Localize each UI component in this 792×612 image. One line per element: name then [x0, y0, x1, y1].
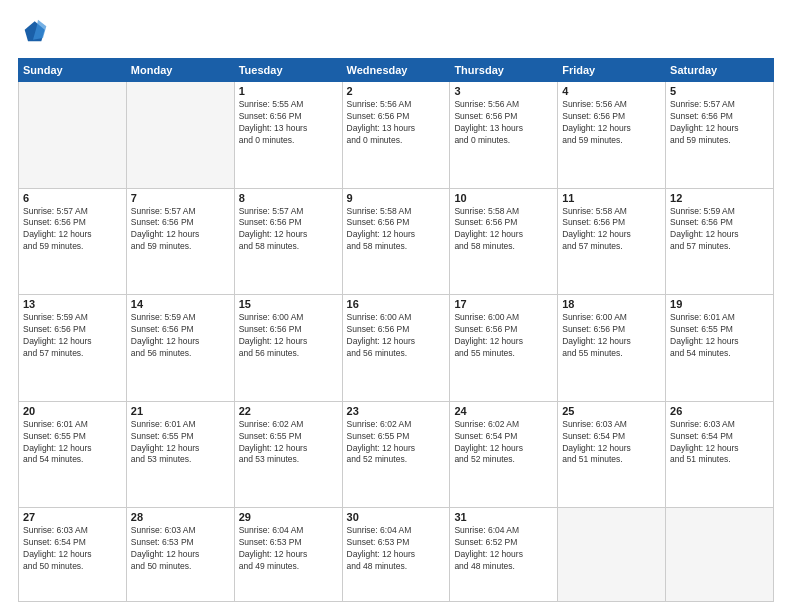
day-number: 15: [239, 298, 338, 310]
calendar-cell: [558, 508, 666, 602]
dow-header: Monday: [126, 59, 234, 82]
calendar-cell: 20Sunrise: 6:01 AM Sunset: 6:55 PM Dayli…: [19, 401, 127, 508]
calendar-cell: 31Sunrise: 6:04 AM Sunset: 6:52 PM Dayli…: [450, 508, 558, 602]
calendar-cell: 26Sunrise: 6:03 AM Sunset: 6:54 PM Dayli…: [666, 401, 774, 508]
cell-info: Sunrise: 6:04 AM Sunset: 6:53 PM Dayligh…: [347, 525, 446, 573]
calendar-cell: 2Sunrise: 5:56 AM Sunset: 6:56 PM Daylig…: [342, 82, 450, 189]
dow-header: Saturday: [666, 59, 774, 82]
day-number: 9: [347, 192, 446, 204]
calendar-cell: 13Sunrise: 5:59 AM Sunset: 6:56 PM Dayli…: [19, 295, 127, 402]
calendar-cell: 9Sunrise: 5:58 AM Sunset: 6:56 PM Daylig…: [342, 188, 450, 295]
calendar-cell: 17Sunrise: 6:00 AM Sunset: 6:56 PM Dayli…: [450, 295, 558, 402]
header: [18, 18, 774, 48]
calendar-table: SundayMondayTuesdayWednesdayThursdayFrid…: [18, 58, 774, 602]
calendar-cell: 30Sunrise: 6:04 AM Sunset: 6:53 PM Dayli…: [342, 508, 450, 602]
calendar-cell: 5Sunrise: 5:57 AM Sunset: 6:56 PM Daylig…: [666, 82, 774, 189]
logo-icon: [18, 18, 48, 48]
day-number: 2: [347, 85, 446, 97]
calendar-cell: 14Sunrise: 5:59 AM Sunset: 6:56 PM Dayli…: [126, 295, 234, 402]
day-number: 8: [239, 192, 338, 204]
cell-info: Sunrise: 5:58 AM Sunset: 6:56 PM Dayligh…: [454, 206, 553, 254]
day-number: 4: [562, 85, 661, 97]
cell-info: Sunrise: 6:03 AM Sunset: 6:54 PM Dayligh…: [670, 419, 769, 467]
day-number: 20: [23, 405, 122, 417]
calendar-cell: 4Sunrise: 5:56 AM Sunset: 6:56 PM Daylig…: [558, 82, 666, 189]
day-number: 30: [347, 511, 446, 523]
page: SundayMondayTuesdayWednesdayThursdayFrid…: [0, 0, 792, 612]
calendar-cell: 23Sunrise: 6:02 AM Sunset: 6:55 PM Dayli…: [342, 401, 450, 508]
calendar-cell: 16Sunrise: 6:00 AM Sunset: 6:56 PM Dayli…: [342, 295, 450, 402]
cell-info: Sunrise: 6:03 AM Sunset: 6:54 PM Dayligh…: [23, 525, 122, 573]
cell-info: Sunrise: 5:57 AM Sunset: 6:56 PM Dayligh…: [670, 99, 769, 147]
day-number: 10: [454, 192, 553, 204]
cell-info: Sunrise: 5:59 AM Sunset: 6:56 PM Dayligh…: [131, 312, 230, 360]
dow-header: Friday: [558, 59, 666, 82]
day-number: 1: [239, 85, 338, 97]
day-number: 14: [131, 298, 230, 310]
cell-info: Sunrise: 6:03 AM Sunset: 6:54 PM Dayligh…: [562, 419, 661, 467]
calendar-cell: 3Sunrise: 5:56 AM Sunset: 6:56 PM Daylig…: [450, 82, 558, 189]
calendar-cell: 7Sunrise: 5:57 AM Sunset: 6:56 PM Daylig…: [126, 188, 234, 295]
day-number: 6: [23, 192, 122, 204]
cell-info: Sunrise: 6:01 AM Sunset: 6:55 PM Dayligh…: [670, 312, 769, 360]
cell-info: Sunrise: 5:58 AM Sunset: 6:56 PM Dayligh…: [347, 206, 446, 254]
cell-info: Sunrise: 5:56 AM Sunset: 6:56 PM Dayligh…: [347, 99, 446, 147]
cell-info: Sunrise: 6:03 AM Sunset: 6:53 PM Dayligh…: [131, 525, 230, 573]
calendar-cell: 27Sunrise: 6:03 AM Sunset: 6:54 PM Dayli…: [19, 508, 127, 602]
day-number: 18: [562, 298, 661, 310]
cell-info: Sunrise: 6:02 AM Sunset: 6:55 PM Dayligh…: [239, 419, 338, 467]
calendar-cell: 8Sunrise: 5:57 AM Sunset: 6:56 PM Daylig…: [234, 188, 342, 295]
calendar-cell: [19, 82, 127, 189]
dow-header: Wednesday: [342, 59, 450, 82]
day-number: 26: [670, 405, 769, 417]
day-number: 24: [454, 405, 553, 417]
day-number: 31: [454, 511, 553, 523]
day-number: 27: [23, 511, 122, 523]
calendar-cell: 24Sunrise: 6:02 AM Sunset: 6:54 PM Dayli…: [450, 401, 558, 508]
calendar-cell: 1Sunrise: 5:55 AM Sunset: 6:56 PM Daylig…: [234, 82, 342, 189]
day-number: 22: [239, 405, 338, 417]
day-number: 23: [347, 405, 446, 417]
cell-info: Sunrise: 6:02 AM Sunset: 6:54 PM Dayligh…: [454, 419, 553, 467]
cell-info: Sunrise: 6:00 AM Sunset: 6:56 PM Dayligh…: [347, 312, 446, 360]
day-number: 13: [23, 298, 122, 310]
calendar-cell: 25Sunrise: 6:03 AM Sunset: 6:54 PM Dayli…: [558, 401, 666, 508]
cell-info: Sunrise: 5:59 AM Sunset: 6:56 PM Dayligh…: [23, 312, 122, 360]
day-number: 21: [131, 405, 230, 417]
cell-info: Sunrise: 6:04 AM Sunset: 6:52 PM Dayligh…: [454, 525, 553, 573]
cell-info: Sunrise: 5:59 AM Sunset: 6:56 PM Dayligh…: [670, 206, 769, 254]
cell-info: Sunrise: 6:00 AM Sunset: 6:56 PM Dayligh…: [239, 312, 338, 360]
day-number: 12: [670, 192, 769, 204]
calendar-cell: 15Sunrise: 6:00 AM Sunset: 6:56 PM Dayli…: [234, 295, 342, 402]
calendar-cell: 18Sunrise: 6:00 AM Sunset: 6:56 PM Dayli…: [558, 295, 666, 402]
dow-header: Thursday: [450, 59, 558, 82]
cell-info: Sunrise: 6:00 AM Sunset: 6:56 PM Dayligh…: [562, 312, 661, 360]
calendar-cell: [126, 82, 234, 189]
calendar-cell: 6Sunrise: 5:57 AM Sunset: 6:56 PM Daylig…: [19, 188, 127, 295]
day-number: 19: [670, 298, 769, 310]
cell-info: Sunrise: 6:02 AM Sunset: 6:55 PM Dayligh…: [347, 419, 446, 467]
logo: [18, 18, 52, 48]
cell-info: Sunrise: 6:04 AM Sunset: 6:53 PM Dayligh…: [239, 525, 338, 573]
cell-info: Sunrise: 5:55 AM Sunset: 6:56 PM Dayligh…: [239, 99, 338, 147]
day-number: 25: [562, 405, 661, 417]
day-number: 11: [562, 192, 661, 204]
day-number: 16: [347, 298, 446, 310]
day-number: 3: [454, 85, 553, 97]
cell-info: Sunrise: 5:57 AM Sunset: 6:56 PM Dayligh…: [131, 206, 230, 254]
calendar-cell: 22Sunrise: 6:02 AM Sunset: 6:55 PM Dayli…: [234, 401, 342, 508]
dow-header: Tuesday: [234, 59, 342, 82]
cell-info: Sunrise: 5:58 AM Sunset: 6:56 PM Dayligh…: [562, 206, 661, 254]
cell-info: Sunrise: 6:00 AM Sunset: 6:56 PM Dayligh…: [454, 312, 553, 360]
calendar-cell: 10Sunrise: 5:58 AM Sunset: 6:56 PM Dayli…: [450, 188, 558, 295]
cell-info: Sunrise: 5:57 AM Sunset: 6:56 PM Dayligh…: [239, 206, 338, 254]
day-number: 28: [131, 511, 230, 523]
day-number: 29: [239, 511, 338, 523]
calendar-cell: 11Sunrise: 5:58 AM Sunset: 6:56 PM Dayli…: [558, 188, 666, 295]
calendar-cell: 28Sunrise: 6:03 AM Sunset: 6:53 PM Dayli…: [126, 508, 234, 602]
dow-header: Sunday: [19, 59, 127, 82]
cell-info: Sunrise: 5:57 AM Sunset: 6:56 PM Dayligh…: [23, 206, 122, 254]
calendar-cell: 21Sunrise: 6:01 AM Sunset: 6:55 PM Dayli…: [126, 401, 234, 508]
calendar-cell: 12Sunrise: 5:59 AM Sunset: 6:56 PM Dayli…: [666, 188, 774, 295]
day-number: 7: [131, 192, 230, 204]
